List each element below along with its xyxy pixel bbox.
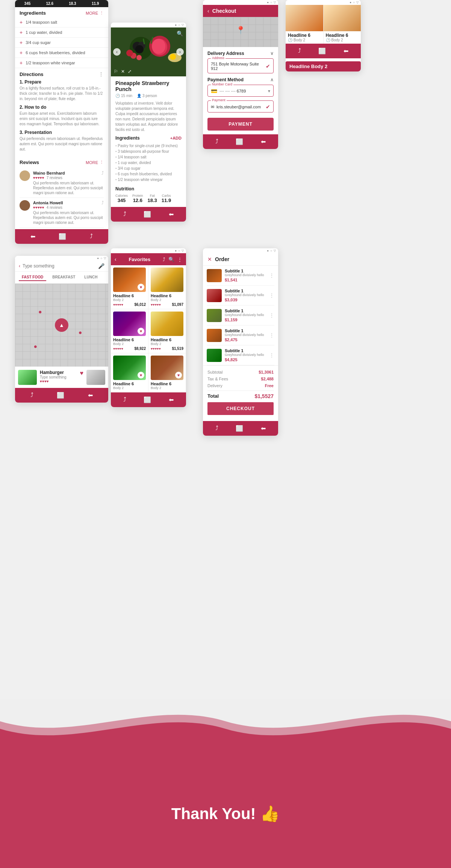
add-ingredient-2-icon[interactable]: + — [20, 29, 23, 35]
order-item-2-menu-icon[interactable]: ⋮ — [269, 292, 274, 298]
checkout-nav-share-icon[interactable]: ⤴ — [215, 138, 218, 145]
cards-nav-home-icon[interactable]: ⬜ — [318, 47, 326, 55]
map-nav-share-icon[interactable]: ⤴ — [30, 392, 33, 399]
fav-item-5-heart[interactable]: ♥ — [138, 372, 144, 379]
recipe-detail-image: ‹ › 🔍 ⚐ ✕ ⤢ — [111, 27, 186, 76]
order-header: ✕ Order — [203, 253, 278, 266]
detail-nav-home-icon[interactable]: ⬜ — [144, 211, 151, 218]
svg-point-7 — [152, 39, 165, 54]
reviewer-2-share-icon[interactable]: ⤴ — [101, 200, 104, 205]
payment-chevron-icon[interactable]: ∧ — [270, 77, 274, 82]
detail-next-arrow[interactable]: › — [176, 48, 184, 56]
fav-item-2-image — [151, 268, 183, 292]
map-nav-home-icon[interactable]: ⬜ — [57, 392, 64, 399]
order-item-5: Subtitle 1 Greyhound divisively hello $4… — [207, 345, 274, 365]
fav-item-3-body: Body 2 — [113, 342, 146, 346]
fav-item-6-heart[interactable]: ♥ — [175, 372, 182, 379]
recipe-time: 🕐 15 min — [115, 94, 132, 98]
recipe-detail-content: Pineapple Strawberry Punch 🕐 15 min 👤 3 … — [111, 76, 186, 207]
map-back-button[interactable]: ‹ — [19, 263, 20, 269]
phone-favorites: ● ○ ▽ ‹ Favorites ⤴ 🔍 ⋮ ♥ Headline 6 Bod… — [111, 248, 186, 407]
ingredients-more[interactable]: MORE ⋮ — [86, 11, 104, 15]
top-stat-3: 18.3 — [69, 2, 76, 6]
favorites-search-icon[interactable]: 🔍 — [168, 257, 174, 262]
order-item-1-menu-icon[interactable]: ⋮ — [269, 272, 274, 278]
order-item-5-menu-icon[interactable]: ⋮ — [269, 352, 274, 358]
fav-item-3-heart[interactable]: ♥ — [138, 328, 144, 334]
order-close-button[interactable]: ✕ — [207, 256, 212, 262]
order-item-2-desc: Greyhound divisively hello — [225, 293, 266, 297]
current-location-button[interactable]: ▲ — [55, 318, 68, 332]
delivery-chevron-icon[interactable]: ∨ — [270, 51, 274, 56]
order-nav-home-icon[interactable]: ⬜ — [236, 425, 243, 432]
detail-x-icon[interactable]: ✕ — [121, 69, 125, 74]
recipe-bottom-nav: ⬅ ⬜ ⤴ — [15, 229, 108, 244]
fav-item-1-heart[interactable]: ♥ — [138, 284, 144, 290]
fav-item-3-title: Headline 6 — [113, 337, 146, 342]
order-item-4-menu-icon[interactable]: ⋮ — [269, 332, 274, 338]
nav-home-icon[interactable]: ⬜ — [59, 233, 66, 240]
map-search-bar[interactable]: ‹ 🎤 — [15, 261, 108, 272]
dot-1: ● — [175, 23, 177, 27]
favorites-menu-icon[interactable]: ⋮ — [177, 257, 182, 262]
fav-nav-back-icon[interactable]: ⬅ — [169, 396, 174, 403]
map-card-heart-icon[interactable]: ♥ — [80, 370, 84, 385]
detail-nav-back-icon[interactable]: ⬅ — [169, 211, 174, 218]
order-item-3: Subtitle 1 Greyhound divisively hello $1… — [207, 306, 274, 325]
map-search-input[interactable] — [23, 263, 96, 269]
add-ingredients-button[interactable]: +ADD — [170, 136, 182, 140]
cards-nav-share-icon[interactable]: ⤴ — [298, 47, 301, 55]
detail-prev-arrow[interactable]: ‹ — [113, 48, 121, 56]
add-ingredient-5-icon[interactable]: + — [20, 60, 23, 66]
payment-button[interactable]: PAYMENT — [207, 118, 274, 131]
add-ingredient-1-icon[interactable]: + — [20, 19, 23, 25]
reviewer-1-share-icon[interactable]: ⤴ — [101, 170, 104, 176]
map-card-title: Hamburger — [40, 370, 77, 375]
favorites-back-button[interactable]: ‹ — [115, 256, 117, 262]
directions-section: Directions ⋮ 1. Prepare On a lightly flo… — [15, 68, 108, 158]
card-field[interactable]: Number Card 💳 ···· ···· ···· 6789 ▾ — [207, 85, 274, 97]
add-ingredient-4-icon[interactable]: + — [20, 50, 23, 56]
card-dropdown-icon[interactable]: ▾ — [268, 88, 270, 94]
cards-nav-back-icon[interactable]: ⬅ — [344, 47, 348, 55]
thank-you-text: Thank You! 👍 — [171, 804, 280, 868]
tab-breakfast[interactable]: BREAKFAST — [49, 274, 78, 281]
step-2-body: Eum itaque amet eos. Exercitationem labo… — [20, 111, 104, 127]
order-item-3-menu-icon[interactable]: ⋮ — [269, 312, 274, 318]
checkout-header: ‹ Checkout — [203, 5, 278, 17]
fav-nav-share-icon[interactable]: ⤴ — [123, 396, 126, 403]
order-nav-back-icon[interactable]: ⬅ — [261, 425, 266, 432]
step-1-title: 1. Prepare — [20, 79, 104, 85]
checkout-nav-home-icon[interactable]: ⬜ — [236, 138, 243, 145]
order-item-1-desc: Greyhound divisively hello — [225, 273, 266, 277]
detail-nav-share-icon[interactable]: ⤴ — [123, 211, 126, 218]
reviews-more[interactable]: MORE ⋮ — [86, 160, 104, 165]
reviewer-1-text: Qui perferendis rerum laboriosam ut. Rep… — [33, 181, 104, 195]
nav-share-icon[interactable]: ⤴ — [90, 233, 93, 240]
fav-item-4-title: Headline 6 — [151, 337, 183, 342]
address-field[interactable]: Address 751 Boyle Motorway Suite 912 ✔ — [207, 58, 274, 73]
detail-expand-icon[interactable]: ⤢ — [128, 69, 132, 74]
checkout-bottom-nav: ⤴ ⬜ ⬅ — [203, 134, 278, 149]
detail-ing-7: 1/2 teaspoon white vinegar — [115, 177, 182, 182]
mic-icon[interactable]: 🎤 — [98, 263, 104, 269]
payment-email-field[interactable]: Payment ✉ kris.steuber@gmail.com ✔ — [207, 100, 274, 112]
phone-recipe-detail: ● ○ ▽ ‹ › — [111, 23, 186, 222]
detail-search-icon[interactable]: 🔍 — [177, 30, 183, 36]
order-checkout-button[interactable]: CHECKOUT — [207, 402, 274, 415]
reviews-title: Reviews — [20, 160, 39, 165]
tab-fast-food[interactable]: FAST FOOD — [19, 274, 46, 281]
favorites-share-icon[interactable]: ⤴ — [163, 257, 165, 262]
tab-lunch[interactable]: LUNCH — [81, 274, 100, 281]
checkout-back-button[interactable]: ‹ — [207, 8, 209, 14]
add-ingredient-3-icon[interactable]: + — [20, 40, 23, 46]
fav-item-6: ♥ Headline 6 Body 2 — [148, 353, 186, 392]
thank-you-wave — [0, 699, 451, 744]
dot-2: ○ — [178, 23, 180, 27]
order-totals: Subtotal $1,3061 Tax & Fees $2,488 Deliv… — [203, 365, 278, 421]
map-nav-back-icon[interactable]: ⬅ — [88, 392, 93, 399]
fav-nav-home-icon[interactable]: ⬜ — [144, 396, 151, 403]
checkout-nav-back-icon[interactable]: ⬅ — [261, 138, 266, 145]
nav-back-icon[interactable]: ⬅ — [30, 233, 35, 240]
order-nav-share-icon[interactable]: ⤴ — [215, 425, 218, 432]
